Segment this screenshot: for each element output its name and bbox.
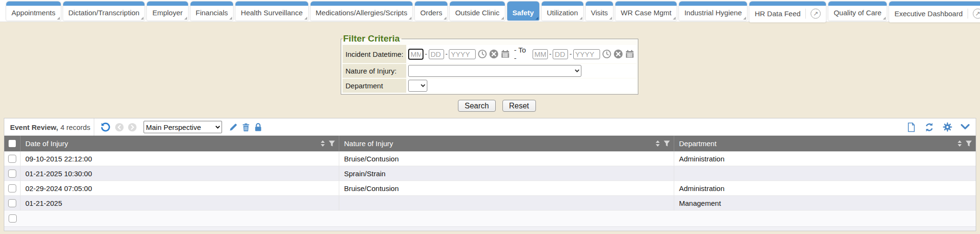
funnel-icon[interactable] (328, 140, 335, 147)
tab-health-surveillance[interactable]: Health Surveillance (235, 1, 308, 21)
department-value (406, 79, 636, 93)
grid-title-text: Event Review, (10, 123, 58, 131)
tab-label: Medications/Allergies/Scripts (316, 9, 408, 17)
search-button[interactable]: Search (458, 100, 496, 112)
department-row: Department (343, 79, 636, 93)
table-row[interactable]: 01-21-2025 Management (4, 196, 976, 211)
chevron-left-circle-icon (115, 123, 124, 132)
tab-wr-case-mgmt[interactable]: WR Case Mgmt (615, 1, 677, 21)
header-department[interactable]: Department (674, 136, 976, 151)
tab-orders[interactable]: Orders (415, 1, 447, 21)
refresh-icon[interactable] (924, 122, 935, 132)
tab-utilization[interactable]: Utilization (542, 1, 583, 21)
filter-criteria-panel: Filter Criteria Incident Datetime: - - -… (341, 33, 638, 95)
tab-executive-dashboard[interactable]: Executive Dashboard↗ (889, 1, 980, 22)
table-row[interactable]: 01-21-2025 10:30:00 Sprain/Strain (4, 166, 976, 181)
dropdown-corner-icon (883, 17, 886, 20)
tab-hr-data-feed[interactable]: HR Data Feed↗ (749, 1, 826, 22)
tab-label: Safety (512, 9, 534, 17)
tab-label: Dictation/Transcription (68, 9, 140, 17)
row-checkbox-cell (4, 181, 21, 195)
external-link-wrap: ↗ (805, 9, 821, 19)
dropdown-corner-icon (501, 17, 504, 20)
to-clear-x-circle-icon[interactable] (613, 49, 623, 59)
new-document-icon[interactable] (907, 122, 916, 132)
from-year-input[interactable] (449, 49, 476, 59)
chevron-right-circle-icon (128, 123, 137, 132)
undo-icon[interactable] (100, 122, 111, 133)
tab-financials[interactable]: Financials (190, 1, 234, 21)
nature-of-injury-label: Nature of Injury: (343, 64, 406, 78)
new-record-row[interactable] (4, 211, 976, 226)
from-calendar-icon[interactable] (501, 49, 510, 59)
tab-label: Visits (591, 9, 608, 17)
gear-icon[interactable] (943, 122, 952, 132)
row-checkbox[interactable] (8, 199, 16, 207)
header-nature-of-injury[interactable]: Nature of Injury (339, 136, 674, 151)
tab-industrial-hygiene[interactable]: Industrial Hygiene (679, 1, 747, 21)
sort-icon[interactable] (957, 140, 962, 147)
tab-label: Quality of Care (834, 9, 881, 17)
to-time-clock-icon[interactable] (602, 49, 612, 59)
row-checkbox-cell (4, 196, 21, 210)
nature-of-injury-row: Nature of Injury: (343, 64, 636, 78)
external-link-icon[interactable]: ↗ (973, 9, 980, 19)
header-date-of-injury[interactable]: Date of Injury (21, 136, 339, 151)
reset-button[interactable]: Reset (502, 100, 536, 112)
row-checkbox[interactable] (8, 184, 16, 192)
grid-footer (4, 226, 976, 231)
from-clear-x-circle-icon[interactable] (489, 49, 499, 59)
lock-icon[interactable] (254, 123, 262, 132)
to-day-input[interactable] (553, 49, 568, 59)
from-day-input[interactable] (429, 49, 444, 59)
tab-medications-allergies-scripts[interactable]: Medications/Allergies/Scripts (311, 1, 413, 21)
sort-icon[interactable] (320, 140, 325, 147)
from-month-input[interactable] (408, 49, 423, 60)
incident-datetime-label: Incident Datetime: (343, 45, 406, 63)
tab-dictation-transcription[interactable]: Dictation/Transcription (63, 1, 145, 21)
grid-toolbar: Event Review, 4 records Main Perspective (4, 118, 976, 136)
to-month-input[interactable] (533, 49, 548, 59)
select-all-checkbox[interactable] (9, 140, 16, 147)
column-header-label: Nature of Injury (344, 139, 655, 148)
pencil-icon[interactable] (229, 123, 238, 132)
department-select[interactable] (408, 80, 427, 92)
tab-employer[interactable]: Employer (147, 1, 188, 21)
tab-appointments[interactable]: Appointments (6, 1, 61, 21)
dropdown-corner-icon (609, 17, 612, 20)
dropdown-corner-icon (409, 17, 412, 20)
row-checkbox[interactable] (8, 170, 16, 178)
nature-of-injury-select[interactable] (408, 65, 581, 77)
tab-outside-clinic[interactable]: Outside Clinic (450, 1, 505, 21)
tab-visits[interactable]: Visits (586, 1, 613, 21)
tab-safety[interactable]: Safety (507, 1, 539, 21)
grid-record-count: 4 records (60, 123, 90, 131)
tab-quality-of-care[interactable]: Quality of Care (828, 1, 887, 21)
incident-datetime-row: Incident Datetime: - - - To - - - (343, 45, 636, 63)
perspective-select[interactable]: Main Perspective (144, 121, 222, 133)
table-row[interactable]: 09-10-2015 22:12:00 Bruise/Contusion Adm… (4, 151, 976, 166)
table-row[interactable]: 02-29-2024 07:05:00 Bruise/Contusion Adm… (4, 181, 976, 196)
to-separator: - To - (514, 46, 528, 62)
from-time-clock-icon[interactable] (478, 49, 487, 59)
external-link-icon[interactable]: ↗ (811, 9, 821, 19)
chevron-down-icon[interactable] (960, 124, 970, 130)
sort-icon[interactable] (655, 140, 660, 147)
to-year-input[interactable] (573, 49, 600, 59)
funnel-icon[interactable] (663, 140, 670, 147)
row-checkbox[interactable] (9, 214, 17, 223)
cell-nature-of-injury: Bruise/Contusion (339, 181, 674, 195)
dropdown-corner-icon (184, 17, 187, 20)
to-calendar-icon[interactable] (625, 49, 635, 59)
column-header-label: Date of Injury (25, 139, 320, 148)
row-checkbox[interactable] (8, 155, 16, 163)
dropdown-corner-icon (743, 17, 746, 20)
filter-actions: Search Reset (458, 100, 980, 112)
dropdown-corner-icon (304, 17, 307, 20)
date-hyphen: - (425, 50, 427, 58)
cell-date-of-injury: 01-21-2025 (21, 196, 339, 210)
tab-label: WR Case Mgmt (621, 9, 671, 17)
trash-icon[interactable] (242, 123, 250, 132)
cell-department: Administration (674, 181, 976, 195)
funnel-icon[interactable] (965, 140, 972, 147)
